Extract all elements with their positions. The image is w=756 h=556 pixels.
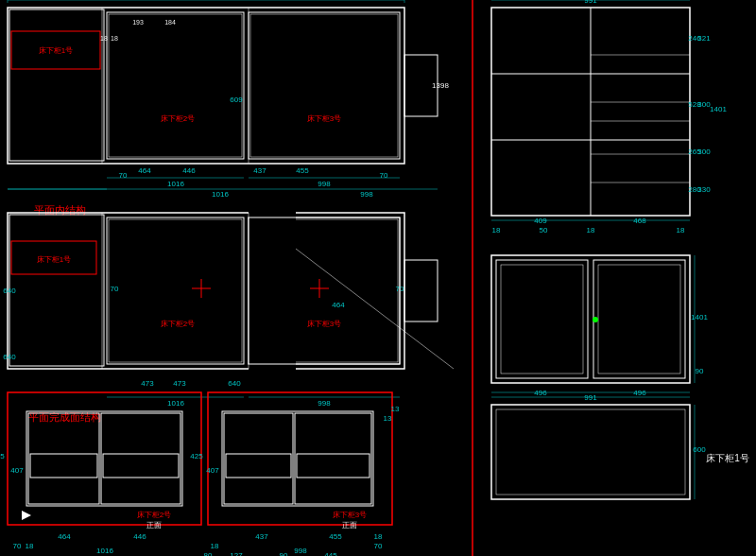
cad-drawing bbox=[0, 0, 756, 556]
